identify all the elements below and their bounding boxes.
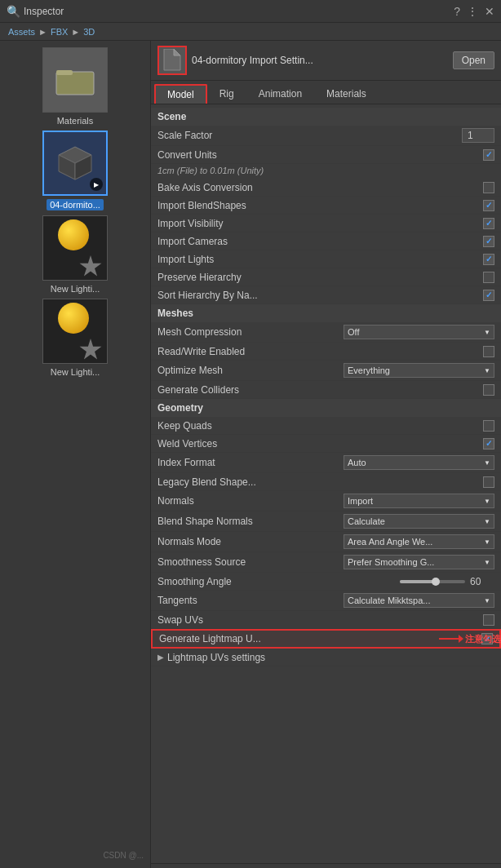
keep-quads-checkbox[interactable] [483, 420, 494, 432]
convert-units-label: Convert Units [157, 149, 483, 161]
import-blendshapes-checkbox[interactable] [483, 200, 494, 211]
tab-model[interactable]: Model [154, 84, 207, 104]
smoothing-angle-value: 60 [470, 576, 494, 587]
top-bar-icons: ? ⋮ ✕ [454, 5, 494, 18]
tangents-arrow: ▼ [484, 597, 490, 604]
lighting1-label: New Lighti... [51, 284, 100, 294]
generate-colliders-row: Generate Colliders [151, 381, 501, 399]
weld-vertices-label: Weld Vertices [157, 438, 483, 450]
mesh-compression-row: Mesh Compression Off ▼ [151, 322, 501, 343]
smoothness-source-dropdown[interactable]: Prefer Smoothing G... ▼ [344, 555, 494, 569]
smoothing-angle-fill [400, 580, 436, 583]
import-lights-label: Import Lights [157, 254, 483, 265]
optimize-mesh-value: Everything [348, 365, 390, 375]
import-visibility-row: Import Visibility [151, 215, 501, 232]
menu-icon[interactable]: ⋮ [467, 5, 478, 18]
sidebar: Materials ▶ 04-dormito... New L [0, 41, 151, 868]
settings-body: Scene Scale Factor 1 Convert Units 1cm (… [151, 104, 501, 670]
breadcrumb: Assets ► FBX ► 3D [0, 23, 501, 41]
legacy-blendshape-checkbox[interactable] [483, 476, 494, 488]
file-icon [157, 46, 187, 75]
close-icon[interactable]: ✕ [485, 5, 494, 18]
preserve-hierarchy-label: Preserve Hierarchy [157, 272, 483, 283]
import-cameras-label: Import Cameras [157, 236, 483, 247]
import-cameras-checkbox[interactable] [483, 236, 494, 247]
svg-marker-6 [164, 49, 180, 70]
smoothing-angle-slider-container: 60 [400, 576, 494, 587]
asset-dormitory[interactable]: ▶ 04-dormito... [3, 131, 147, 210]
bake-axis-row: Bake Axis Conversion [151, 179, 501, 197]
import-lights-checkbox[interactable] [483, 254, 494, 265]
smoothing-angle-row: Smoothing Angle 60 [151, 573, 501, 591]
keep-quads-row: Keep Quads [151, 417, 501, 435]
normals-dropdown[interactable]: Import ▼ [344, 494, 494, 508]
normals-mode-dropdown[interactable]: Area And Angle We... ▼ [344, 534, 494, 549]
import-cameras-row: Import Cameras [151, 232, 501, 250]
play-icon: ▶ [90, 178, 103, 191]
read-write-checkbox[interactable] [483, 346, 494, 357]
asset-materials[interactable]: Materials [3, 47, 147, 126]
import-visibility-checkbox[interactable] [483, 218, 494, 229]
preserve-hierarchy-checkbox[interactable] [483, 272, 494, 283]
swap-uvs-checkbox[interactable] [483, 614, 494, 626]
settings-scroll[interactable]: Scene Scale Factor 1 Convert Units 1cm (… [151, 104, 501, 863]
watermark: CSDN @... [3, 849, 147, 861]
legacy-blendshape-row: Legacy Blend Shape... [151, 473, 501, 491]
svg-marker-7 [174, 49, 180, 55]
mesh-compression-dropdown[interactable]: Off ▼ [344, 325, 494, 339]
smoothing-angle-thumb[interactable] [432, 578, 440, 586]
smoothing-angle-track[interactable] [400, 580, 465, 583]
help-icon[interactable]: ? [454, 5, 460, 18]
tab-materials[interactable]: Materials [314, 84, 379, 104]
lightmap-uvs-settings-row[interactable]: ▶ Lightmap UVs settings [151, 649, 501, 666]
generate-colliders-checkbox[interactable] [483, 384, 494, 396]
scale-factor-value[interactable]: 1 [462, 128, 494, 143]
tangents-value: Calculate Mikktspa... [348, 596, 430, 605]
read-write-label: Read/Write Enabled [157, 346, 483, 357]
generate-lightmap-checkbox[interactable] [481, 633, 493, 644]
convert-units-checkbox[interactable] [483, 149, 494, 161]
inspector-header: 04-dormitory Import Settin... Open [151, 41, 501, 81]
bottom-bar: Revert Apply [151, 863, 501, 868]
swap-uvs-label: Swap UVs [157, 614, 483, 626]
breadcrumb-3d[interactable]: 3D [83, 27, 95, 37]
breadcrumb-assets[interactable]: Assets [8, 27, 35, 37]
preserve-hierarchy-row: Preserve Hierarchy [151, 268, 501, 286]
dropdown-arrow: ▼ [484, 329, 490, 336]
open-button[interactable]: Open [453, 51, 494, 69]
sort-hierarchy-checkbox[interactable] [483, 290, 494, 301]
import-lights-row: Import Lights [151, 250, 501, 268]
mesh-compression-label: Mesh Compression [157, 326, 344, 338]
blend-shape-normals-value: Calculate [348, 516, 385, 526]
legacy-blendshape-label: Legacy Blend Shape... [157, 476, 483, 488]
weld-vertices-row: Weld Vertices [151, 435, 501, 453]
import-visibility-label: Import Visibility [157, 218, 483, 229]
meshes-header: Meshes [151, 304, 501, 322]
tab-rig[interactable]: Rig [207, 84, 246, 104]
optimize-mesh-dropdown[interactable]: Everything ▼ [344, 363, 494, 378]
blend-shape-normals-dropdown[interactable]: Calculate ▼ [344, 514, 494, 529]
bake-axis-checkbox[interactable] [483, 182, 494, 193]
asset-lighting-1[interactable]: New Lighti... [3, 215, 147, 294]
scale-factor-row: Scale Factor 1 [151, 126, 501, 146]
normals-arrow: ▼ [484, 498, 490, 505]
tangents-dropdown[interactable]: Calculate Mikktspa... ▼ [344, 593, 494, 608]
index-format-dropdown[interactable]: Auto ▼ [344, 455, 494, 470]
blend-shape-normals-label: Blend Shape Normals [157, 516, 344, 527]
tabs-bar: Model Rig Animation Materials [151, 81, 501, 104]
breadcrumb-fbx[interactable]: FBX [51, 27, 68, 37]
normals-mode-row: Normals Mode Area And Angle We... ▼ [151, 532, 501, 552]
optimize-mesh-label: Optimize Mesh [157, 365, 344, 376]
import-blendshapes-row: Import BlendShapes [151, 197, 501, 215]
geometry-header: Geometry [151, 399, 501, 417]
index-format-row: Index Format Auto ▼ [151, 453, 501, 473]
weld-vertices-checkbox[interactable] [483, 438, 494, 450]
inspector-panel: 04-dormitory Import Settin... Open Model… [151, 41, 501, 868]
asset-lighting-2[interactable]: New Lighti... [3, 299, 147, 377]
tab-animation[interactable]: Animation [246, 84, 314, 104]
normals-mode-value: Area And Angle We... [348, 537, 432, 547]
smoothness-source-row: Smoothness Source Prefer Smoothing G... … [151, 552, 501, 573]
swap-uvs-row: Swap UVs [151, 611, 501, 629]
scene-header: Scene [151, 108, 501, 126]
sort-hierarchy-row: Sort Hierarchy By Na... [151, 286, 501, 304]
